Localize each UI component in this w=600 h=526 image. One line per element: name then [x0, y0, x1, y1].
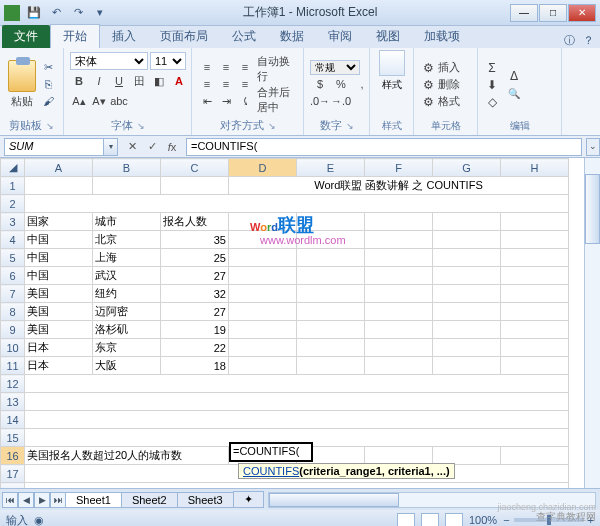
- autosum-button[interactable]: [484, 60, 500, 76]
- number-format-select[interactable]: 常规: [310, 60, 360, 75]
- align-left-icon[interactable]: ≡: [198, 76, 216, 92]
- col-header[interactable]: A: [25, 159, 93, 177]
- cell[interactable]: 上海: [93, 249, 161, 267]
- row-header[interactable]: 5: [1, 249, 25, 267]
- name-box[interactable]: SUM: [4, 138, 104, 156]
- qat-customize-icon[interactable]: ▾: [90, 3, 110, 23]
- tooltip-func-link[interactable]: COUNTIFS: [243, 465, 299, 477]
- decrease-indent-icon[interactable]: ⇤: [198, 93, 216, 109]
- row-header[interactable]: 17: [1, 465, 25, 483]
- sheet-tab[interactable]: Sheet2: [121, 492, 178, 508]
- cell[interactable]: 洛杉矶: [93, 321, 161, 339]
- page-layout-view-button[interactable]: [421, 513, 439, 526]
- enter-formula-icon[interactable]: ✓: [142, 138, 162, 156]
- font-launcher-icon[interactable]: ↘: [137, 121, 145, 131]
- cell[interactable]: 东京: [93, 339, 161, 357]
- clipboard-launcher-icon[interactable]: ↘: [46, 121, 54, 131]
- cell[interactable]: 日本: [25, 339, 93, 357]
- row-header[interactable]: 8: [1, 303, 25, 321]
- row-header[interactable]: 7: [1, 285, 25, 303]
- tab-insert[interactable]: 插入: [100, 25, 148, 48]
- increase-font-icon[interactable]: A▴: [70, 92, 88, 110]
- phonetic-icon[interactable]: abc: [110, 92, 128, 110]
- font-name-select[interactable]: 宋体: [70, 52, 148, 70]
- paste-button[interactable]: 粘贴: [6, 60, 37, 109]
- scrollbar-thumb[interactable]: [269, 493, 400, 507]
- col-header[interactable]: D: [229, 159, 297, 177]
- row-header[interactable]: 11: [1, 357, 25, 375]
- italic-button[interactable]: I: [90, 72, 108, 90]
- comma-icon[interactable]: ,: [352, 76, 372, 92]
- row-header[interactable]: 6: [1, 267, 25, 285]
- active-cell[interactable]: =COUNTIFS(: [231, 444, 311, 460]
- tab-data[interactable]: 数据: [268, 25, 316, 48]
- align-top-icon[interactable]: ≡: [198, 59, 216, 75]
- row-header[interactable]: 14: [1, 411, 25, 429]
- cell[interactable]: 美国: [25, 285, 93, 303]
- align-middle-icon[interactable]: ≡: [217, 59, 235, 75]
- cell[interactable]: 武汉: [93, 267, 161, 285]
- tab-formulas[interactable]: 公式: [220, 25, 268, 48]
- font-color-button[interactable]: A: [170, 72, 188, 90]
- cell[interactable]: 27: [161, 303, 229, 321]
- row-header[interactable]: 10: [1, 339, 25, 357]
- tab-file[interactable]: 文件: [2, 25, 50, 48]
- cell-styles-icon[interactable]: [379, 50, 405, 76]
- col-header[interactable]: E: [297, 159, 365, 177]
- align-bottom-icon[interactable]: ≡: [236, 59, 254, 75]
- cell[interactable]: 18: [161, 357, 229, 375]
- tab-view[interactable]: 视图: [364, 25, 412, 48]
- cell[interactable]: 中国: [25, 249, 93, 267]
- cell[interactable]: 大阪: [93, 357, 161, 375]
- scrollbar-thumb[interactable]: [585, 174, 600, 244]
- clear-button[interactable]: [484, 94, 500, 110]
- fx-icon[interactable]: fx: [162, 138, 182, 156]
- wrap-text-button[interactable]: 自动换行: [257, 54, 297, 84]
- close-button[interactable]: ✕: [568, 4, 596, 22]
- col-header[interactable]: G: [433, 159, 501, 177]
- page-break-view-button[interactable]: [445, 513, 463, 526]
- row-header[interactable]: 2: [1, 195, 25, 213]
- undo-icon[interactable]: ↶: [46, 3, 66, 23]
- cell[interactable]: 国家: [25, 213, 93, 231]
- underline-button[interactable]: U: [110, 72, 128, 90]
- row-header[interactable]: 4: [1, 231, 25, 249]
- alignment-launcher-icon[interactable]: ↘: [268, 121, 276, 131]
- cell[interactable]: 迈阿密: [93, 303, 161, 321]
- maximize-button[interactable]: □: [539, 4, 567, 22]
- currency-icon[interactable]: $: [310, 76, 330, 92]
- tab-nav-next-icon[interactable]: ▶: [34, 492, 50, 508]
- cell[interactable]: 35: [161, 231, 229, 249]
- row-header[interactable]: 3: [1, 213, 25, 231]
- macro-record-icon[interactable]: ◉: [34, 514, 44, 527]
- help-icon[interactable]: ？: [583, 33, 594, 48]
- cell[interactable]: 美国: [25, 321, 93, 339]
- fill-color-button[interactable]: ◧: [150, 72, 168, 90]
- row-header[interactable]: 15: [1, 429, 25, 447]
- normal-view-button[interactable]: [397, 513, 415, 526]
- col-header[interactable]: F: [365, 159, 433, 177]
- number-launcher-icon[interactable]: ↘: [346, 121, 354, 131]
- cell[interactable]: 美国报名人数超过20人的城市数: [25, 447, 229, 465]
- cell[interactable]: 中国: [25, 267, 93, 285]
- cell[interactable]: 22: [161, 339, 229, 357]
- copy-icon[interactable]: ⎘: [39, 76, 57, 92]
- sheet-tab[interactable]: Sheet3: [177, 492, 234, 508]
- decrease-font-icon[interactable]: A▾: [90, 92, 108, 110]
- col-header[interactable]: C: [161, 159, 229, 177]
- tab-nav-prev-icon[interactable]: ◀: [18, 492, 34, 508]
- row-header[interactable]: 1: [1, 177, 25, 195]
- merge-center-button[interactable]: 合并后居中: [257, 85, 297, 115]
- cell[interactable]: Word联盟 函数讲解 之 COUNTIFS: [229, 177, 569, 195]
- cell[interactable]: 19: [161, 321, 229, 339]
- percent-icon[interactable]: %: [331, 76, 351, 92]
- bold-button[interactable]: B: [70, 72, 88, 90]
- tab-addins[interactable]: 加载项: [412, 25, 472, 48]
- row-header[interactable]: 16: [1, 447, 25, 465]
- row-header[interactable]: 13: [1, 393, 25, 411]
- row-header[interactable]: 12: [1, 375, 25, 393]
- new-sheet-button[interactable]: ✦: [233, 491, 264, 508]
- cut-icon[interactable]: ✂: [39, 59, 57, 75]
- cell[interactable]: 32: [161, 285, 229, 303]
- redo-icon[interactable]: ↷: [68, 3, 88, 23]
